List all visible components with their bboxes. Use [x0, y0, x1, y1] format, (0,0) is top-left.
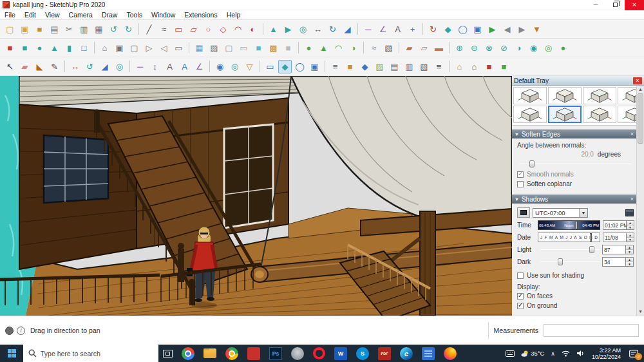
scrollbar-up-icon[interactable]: ▲: [638, 86, 643, 93]
entity-info-icon[interactable]: ≡: [328, 60, 342, 73]
walk-icon[interactable]: ▼: [530, 23, 544, 36]
menu-draw[interactable]: Draw: [97, 10, 122, 20]
time-spin-down[interactable]: ▼: [627, 225, 634, 229]
timezone-dropdown[interactable]: UTC-07:00 ▼: [533, 208, 588, 218]
rectangle-icon[interactable]: ▭: [172, 23, 185, 36]
cone-green-icon[interactable]: ▲: [317, 41, 330, 55]
style-thumbnail[interactable]: [513, 87, 547, 104]
light-value[interactable]: 87: [602, 245, 626, 254]
section-display-icon[interactable]: ▬: [432, 41, 446, 55]
menu-edit[interactable]: Edit: [20, 10, 41, 20]
box-icon[interactable]: □: [77, 41, 91, 55]
arc-icon[interactable]: ◠: [231, 23, 245, 36]
left-view-icon[interactable]: ▭: [172, 41, 185, 55]
shaded-textures-icon[interactable]: ▩: [267, 41, 280, 55]
info-icon[interactable]: i: [17, 327, 25, 335]
smooth-icon[interactable]: ●: [556, 41, 570, 55]
touch-keyboard-icon[interactable]: [506, 350, 515, 357]
push-pull-icon[interactable]: ▲: [267, 23, 280, 36]
front-view-icon[interactable]: ▢: [128, 41, 141, 55]
look-around-icon[interactable]: ◎: [228, 60, 242, 73]
dark-value[interactable]: 34: [602, 257, 626, 267]
soften-edges-header[interactable]: ▼ Soften Edges ×: [512, 129, 636, 138]
style-thumbnail[interactable]: [618, 87, 636, 104]
union-icon[interactable]: ⊕: [453, 41, 466, 55]
save-icon[interactable]: ■: [33, 23, 46, 36]
extension-warehouse-icon[interactable]: ⌂: [468, 60, 481, 73]
axes-icon[interactable]: +: [406, 23, 419, 36]
scenes-icon[interactable]: ▥: [402, 60, 416, 73]
zoom-extents-icon[interactable]: ▣: [471, 23, 484, 36]
top-view-icon[interactable]: ▣: [113, 41, 126, 55]
scrollbar-thumb[interactable]: [638, 93, 643, 144]
maximize-button[interactable]: [605, 0, 625, 10]
layout-icon[interactable]: ■: [482, 60, 496, 73]
follow-me-icon[interactable]: ▶: [281, 23, 295, 36]
toggle-shadows-button[interactable]: [517, 207, 530, 218]
cone-icon[interactable]: ▲: [48, 41, 61, 55]
eraser-icon[interactable]: ▰: [18, 60, 32, 73]
smooth-normals-checkbox[interactable]: [517, 171, 524, 178]
play-icon[interactable]: ▶: [486, 23, 499, 36]
measurements-input[interactable]: [544, 324, 639, 337]
right-view-icon[interactable]: ▷: [142, 41, 156, 55]
light-slider[interactable]: [540, 245, 600, 254]
chrome-secondary-icon[interactable]: [225, 347, 238, 360]
wifi-icon[interactable]: [562, 350, 570, 357]
opera-icon[interactable]: [313, 347, 325, 359]
line-icon[interactable]: ╱: [142, 23, 156, 36]
soften-coplanar-checkbox[interactable]: [517, 181, 524, 187]
iso-view-icon[interactable]: ⌂: [98, 41, 111, 55]
scrollbar-down-icon[interactable]: ▼: [638, 308, 643, 316]
outer-shell-icon[interactable]: ◉: [527, 41, 540, 55]
scale-tool-icon[interactable]: ◢: [98, 60, 111, 73]
word-icon[interactable]: W: [334, 347, 347, 360]
menu-view[interactable]: View: [41, 10, 64, 20]
sphere-green-icon[interactable]: ●: [302, 41, 316, 55]
sphere-icon[interactable]: ●: [33, 41, 46, 55]
undo-icon[interactable]: ↺: [107, 23, 120, 36]
materials-icon[interactable]: ■: [343, 60, 357, 73]
gray-app-icon[interactable]: [291, 347, 304, 360]
soften-slider-handle[interactable]: [529, 160, 535, 167]
protractor-icon[interactable]: ∠: [376, 23, 390, 36]
cylinder-icon[interactable]: ▮: [62, 41, 76, 55]
tray-scrollbar[interactable]: ▲ ▼: [636, 86, 644, 316]
copy-icon[interactable]: ▥: [77, 23, 91, 36]
previous-icon[interactable]: ◀: [500, 23, 514, 36]
zoom-icon[interactable]: ◯: [456, 23, 469, 36]
adobe-app-icon[interactable]: [247, 347, 260, 360]
style-thumbnail[interactable]: [583, 106, 616, 123]
date-spin-down[interactable]: ▼: [627, 237, 634, 242]
hidden-line-icon[interactable]: ▭: [237, 41, 251, 55]
photoshop-icon[interactable]: Ps: [269, 347, 282, 360]
text-tool-icon[interactable]: A: [163, 60, 176, 73]
light-spin-down[interactable]: ▼: [626, 249, 633, 254]
menu-tools[interactable]: Tools: [122, 10, 147, 20]
date-value[interactable]: 11/08: [603, 233, 627, 242]
print-icon[interactable]: ▤: [48, 23, 61, 36]
zoom-extents-2-icon[interactable]: ▣: [308, 60, 321, 73]
rotate-icon[interactable]: ↻: [326, 23, 339, 36]
task-view-icon[interactable]: [163, 350, 173, 357]
subtract-icon[interactable]: ⊖: [468, 41, 481, 55]
model-info-icon[interactable]: ≡: [432, 60, 446, 73]
style-thumbnail[interactable]: [618, 106, 636, 123]
move-icon[interactable]: ↔: [311, 23, 325, 36]
soften-edges-icon[interactable]: ◎: [542, 41, 555, 55]
on-ground-checkbox[interactable]: [517, 303, 524, 309]
firefox-icon[interactable]: [444, 347, 457, 360]
dark-slider[interactable]: [540, 258, 600, 266]
style-thumbnail[interactable]: [583, 87, 616, 104]
style-thumbnail[interactable]: [548, 87, 582, 104]
soften-edges-close-icon[interactable]: ×: [630, 131, 634, 137]
zoom-window-icon[interactable]: ▭: [263, 60, 277, 73]
rotated-rectangle-icon[interactable]: ▱: [187, 23, 200, 36]
tray-close-button[interactable]: ×: [633, 77, 642, 84]
use-sun-checkbox[interactable]: [517, 272, 524, 279]
styles-icon[interactable]: ▨: [373, 60, 386, 73]
zoom-tool-icon[interactable]: ◯: [293, 60, 307, 73]
x-ray-icon[interactable]: ▦: [193, 41, 206, 55]
search-input[interactable]: [41, 350, 149, 357]
position-camera-icon[interactable]: ◉: [213, 60, 227, 73]
